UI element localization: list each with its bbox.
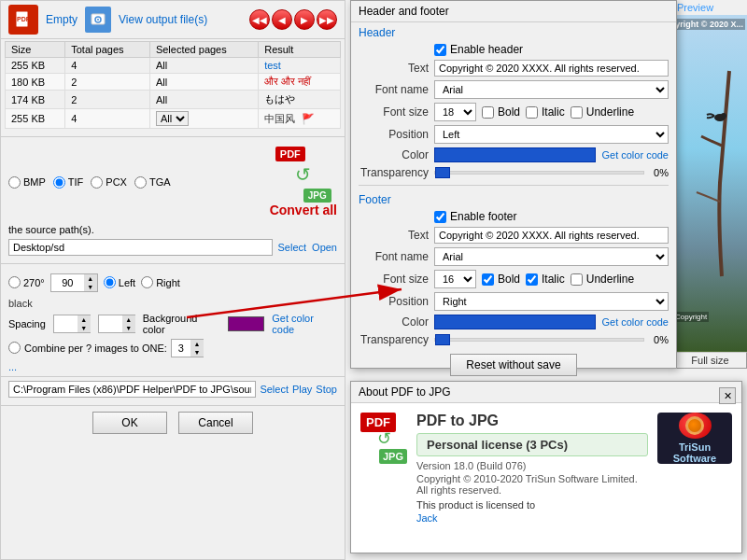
spinbox-up[interactable]: ▲ — [84, 274, 97, 283]
table-row: 255 KB 4 All test — [6, 58, 341, 74]
col-size: Size — [6, 42, 65, 58]
preview-copyright-text: Copyright © 2020 X... — [672, 19, 745, 30]
empty-button[interactable]: Empty — [46, 13, 78, 26]
combine-down[interactable]: ▼ — [190, 348, 204, 357]
spacing2-down[interactable]: ▼ — [122, 324, 135, 332]
convert-icon: PDF ↺ JPG — [275, 147, 331, 203]
sound-select-link[interactable]: Select — [260, 384, 289, 395]
combine-radio[interactable] — [8, 342, 21, 354]
footer-transparency-slider[interactable] — [434, 338, 644, 342]
file-table-container: Size Total pages Selected pages Result 2… — [1, 39, 345, 131]
combine-spinbox[interactable]: ▲ ▼ — [171, 339, 204, 357]
footer-bold-check[interactable]: Bold — [482, 273, 520, 286]
about-close-button[interactable]: ✕ — [719, 387, 736, 404]
spacing-up[interactable]: ▲ — [78, 315, 91, 324]
view-output-button[interactable]: View output file(s) — [119, 13, 207, 26]
format-bmp[interactable]: BMP — [8, 176, 46, 189]
svg-text:PDF: PDF — [17, 16, 31, 22]
about-copyright: Copyright © 2010-2020 TriSun Software Li… — [416, 473, 648, 496]
about-version: Version 18.0 (Build 076) — [416, 460, 648, 471]
footer-color-row: Color Get color code — [351, 313, 676, 331]
rotation-right[interactable]: Right — [141, 276, 180, 288]
ok-button[interactable]: OK — [92, 412, 167, 434]
cell-result[interactable]: test — [259, 58, 341, 74]
about-title: About PDF to JPG ✕ — [351, 382, 741, 403]
header-underline-check[interactable]: Underline — [571, 105, 634, 119]
select-path-link[interactable]: Select — [278, 242, 307, 253]
footer-font-select[interactable]: Arial — [434, 247, 669, 266]
convert-all-button[interactable]: Convert all — [270, 203, 337, 218]
header-fontsize-select[interactable]: 18 — [434, 103, 476, 121]
spacing-label: Spacing — [8, 318, 46, 329]
table-row: 174 KB 2 All もはや — [6, 91, 341, 109]
format-tga[interactable]: TGA — [134, 176, 171, 189]
nav-next-button[interactable]: ▶ — [294, 9, 315, 30]
spacing-spinbox[interactable]: ▲ ▼ — [53, 315, 91, 333]
header-text-input[interactable] — [434, 60, 669, 77]
more-link[interactable]: ... — [1, 359, 345, 374]
preview-footer-text: Copyright — [673, 312, 709, 322]
header-enable-checkbox[interactable]: Enable header — [434, 43, 523, 56]
footer-slider-thumb[interactable] — [435, 334, 450, 345]
cell-size: 174 KB — [6, 91, 65, 109]
hf-divider — [359, 185, 669, 186]
reset-without-save-button[interactable]: Reset without save — [450, 354, 576, 376]
fullsize-button[interactable]: Full size — [673, 352, 747, 369]
sound-play-link[interactable]: Play — [292, 384, 312, 395]
cancel-button[interactable]: Cancel — [178, 412, 253, 434]
spacing-down[interactable]: ▼ — [78, 324, 91, 332]
footer-color-bar[interactable] — [434, 315, 596, 329]
header-slider-thumb[interactable] — [435, 167, 450, 178]
nav-prev-button[interactable]: ◀ — [272, 9, 292, 30]
footer-text-row: Text — [351, 225, 676, 245]
footer-fontsize-select[interactable]: 16 — [434, 270, 476, 288]
footer-enable-checkbox[interactable]: Enable footer — [434, 210, 516, 223]
trisun-brand: TriSun — [679, 441, 711, 453]
bg-color-box[interactable] — [228, 316, 264, 331]
trisun-circle-icon — [679, 413, 712, 439]
spinbox-down[interactable]: ▼ — [84, 283, 97, 291]
nav-last-button[interactable]: ▶▶ — [317, 9, 337, 30]
nav-buttons: ◀◀ ◀ ▶ ▶▶ — [249, 9, 337, 30]
cell-selected: All — [149, 91, 258, 109]
header-position-select[interactable]: Left — [434, 125, 669, 144]
sound-stop-link[interactable]: Stop — [316, 384, 337, 395]
get-color-link[interactable]: Get color code — [272, 313, 337, 335]
footer-section-label: Footer — [351, 189, 676, 208]
output-path-row: Select Open — [1, 237, 345, 258]
header-bold-check[interactable]: Bold — [482, 105, 520, 119]
footer-italic-check[interactable]: Italic — [526, 273, 565, 286]
source-path-label: the source path(s). — [8, 224, 94, 235]
spacing-spinbox2[interactable]: ▲ ▼ — [98, 315, 135, 333]
header-get-color-link[interactable]: Get color code — [601, 149, 669, 161]
footer-font-row: Font name Arial — [351, 245, 676, 268]
pages-select[interactable]: All — [156, 111, 189, 126]
cell-total: 4 — [65, 58, 150, 74]
format-tif[interactable]: TIF — [53, 176, 84, 189]
view-output-icon — [85, 7, 111, 33]
rotation-270[interactable]: 270° — [8, 276, 45, 288]
rotation-spinbox[interactable]: ▲ ▼ — [50, 273, 98, 292]
header-color-bar[interactable] — [434, 147, 596, 162]
footer-position-select[interactable]: Right — [434, 292, 669, 311]
header-font-select[interactable]: Arial — [434, 80, 669, 99]
header-italic-check[interactable]: Italic — [526, 105, 565, 119]
about-app-name: PDF to JPG — [416, 413, 648, 429]
footer-underline-check[interactable]: Underline — [571, 273, 634, 286]
header-transparency-slider[interactable] — [434, 171, 644, 175]
nav-first-button[interactable]: ◀◀ — [249, 9, 270, 30]
header-color-row: Color Get color code — [351, 146, 676, 164]
combine-up[interactable]: ▲ — [190, 340, 204, 348]
footer-text-input[interactable] — [434, 227, 669, 244]
output-path-input[interactable] — [8, 239, 273, 256]
svg-rect-6 — [673, 15, 747, 351]
format-pcx[interactable]: PCX — [91, 176, 127, 189]
open-path-link[interactable]: Open — [312, 242, 337, 253]
trisun-inner-icon — [685, 416, 704, 435]
convert-area: PDF ↺ JPG Convert all — [270, 147, 337, 218]
footer-get-color-link[interactable]: Get color code — [601, 316, 669, 328]
spacing2-up[interactable]: ▲ — [122, 315, 135, 324]
rotation-left[interactable]: Left — [104, 276, 135, 288]
sound-path-input[interactable] — [8, 381, 256, 398]
cell-size: 255 KB — [6, 109, 65, 129]
